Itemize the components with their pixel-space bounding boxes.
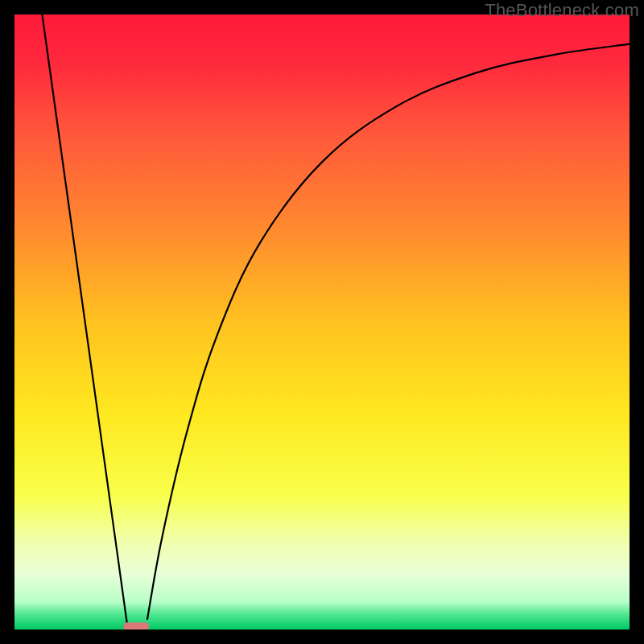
plot-svg — [14, 14, 630, 630]
chart-root: TheBottleneck.com — [0, 0, 644, 644]
gradient-background — [14, 14, 630, 630]
optimal-region-marker — [123, 622, 149, 630]
plot-area — [14, 14, 630, 630]
watermark-label: TheBottleneck.com — [485, 0, 639, 21]
